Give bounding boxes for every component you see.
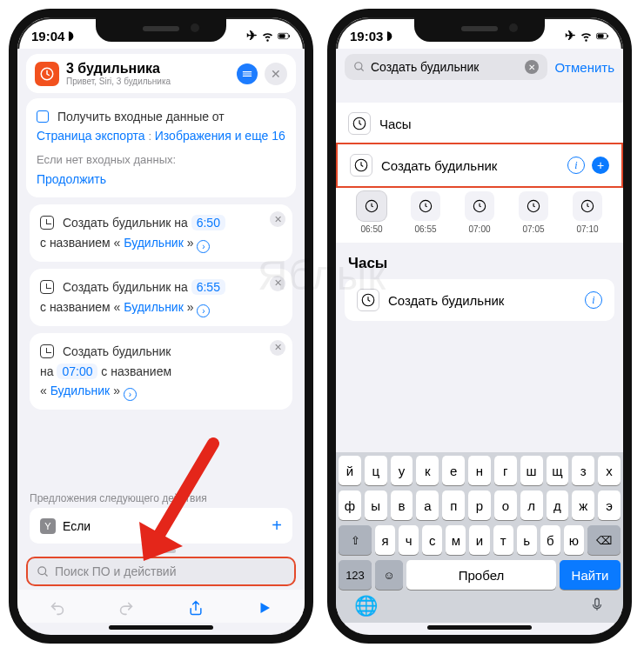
time-token[interactable]: 07:00 bbox=[57, 364, 97, 379]
battery-icon bbox=[278, 30, 291, 43]
time-token[interactable]: 6:50 bbox=[191, 215, 225, 230]
time-token[interactable]: 6:55 bbox=[191, 279, 225, 295]
suggestion-item[interactable]: YЕсли + bbox=[30, 508, 292, 544]
clear-icon[interactable]: ✕ bbox=[525, 60, 539, 74]
preset-label: 06:50 bbox=[360, 224, 382, 234]
key[interactable]: ф bbox=[339, 490, 361, 520]
remove-icon[interactable]: ✕ bbox=[270, 211, 285, 227]
alarm-action-3[interactable]: ✕ Создать будильник на 07:00 с названием… bbox=[30, 333, 292, 410]
search-value: Создать будильник bbox=[371, 60, 479, 74]
expand-icon[interactable]: › bbox=[197, 240, 210, 253]
text: « bbox=[40, 384, 47, 397]
input-source[interactable]: Страница экспорта bbox=[37, 129, 145, 143]
preset-time[interactable]: 06:50 bbox=[357, 191, 386, 234]
undo-button[interactable] bbox=[46, 597, 69, 619]
key[interactable]: м bbox=[446, 525, 466, 555]
settings-button[interactable] bbox=[237, 63, 258, 84]
key[interactable]: е bbox=[442, 456, 465, 485]
name-token[interactable]: Будильник bbox=[124, 300, 184, 314]
alarm-action-2[interactable]: ✕ Создать будильник на 6:55 с названием … bbox=[30, 269, 292, 326]
keyboard: йцукенгшщзх фывапролджэ ⇧ ячсмитьбю ⌫ 12… bbox=[336, 452, 623, 623]
key[interactable]: я bbox=[375, 525, 395, 555]
search-field[interactable]: Поиск ПО и действий bbox=[26, 557, 296, 586]
key[interactable]: п bbox=[442, 490, 465, 520]
run-button[interactable] bbox=[253, 597, 276, 619]
key[interactable]: з bbox=[572, 456, 594, 485]
key[interactable]: щ bbox=[547, 456, 569, 485]
expand-icon[interactable]: › bbox=[197, 304, 210, 317]
info-button[interactable]: i bbox=[585, 291, 602, 309]
space-key[interactable]: Пробел bbox=[406, 560, 556, 590]
key[interactable]: д bbox=[547, 490, 569, 520]
expand-icon[interactable]: › bbox=[124, 388, 137, 401]
backspace-key[interactable]: ⌫ bbox=[587, 525, 621, 555]
key[interactable]: у bbox=[391, 456, 413, 485]
find-key[interactable]: Найти bbox=[560, 560, 621, 590]
key[interactable]: о bbox=[494, 490, 517, 520]
key[interactable]: и bbox=[469, 525, 489, 555]
sheet-grabber[interactable] bbox=[146, 549, 176, 553]
name-token[interactable]: Будильник bbox=[124, 236, 184, 250]
key[interactable]: в bbox=[391, 490, 413, 520]
key[interactable]: х bbox=[598, 456, 621, 485]
action-row-create-alarm[interactable]: Создать будильник i + bbox=[336, 143, 623, 188]
shortcut-icon bbox=[35, 62, 59, 86]
svg-rect-7 bbox=[607, 34, 608, 37]
shift-key[interactable]: ⇧ bbox=[339, 525, 372, 555]
key[interactable]: ь bbox=[517, 525, 537, 555]
home-indicator[interactable] bbox=[427, 625, 532, 630]
info-button[interactable]: i bbox=[567, 157, 585, 174]
key[interactable]: с bbox=[422, 525, 442, 555]
remove-icon[interactable]: ✕ bbox=[270, 276, 285, 291]
alarm-action-1[interactable]: ✕ Создать будильник на 6:50 с названием … bbox=[30, 204, 292, 262]
preset-time[interactable]: 06:55 bbox=[411, 191, 440, 234]
airplane-icon: ✈ bbox=[565, 28, 576, 43]
add-button[interactable]: + bbox=[592, 157, 609, 174]
preset-time[interactable]: 07:10 bbox=[573, 191, 602, 234]
share-button[interactable] bbox=[184, 597, 207, 619]
fallback-action[interactable]: Продолжить bbox=[37, 172, 106, 186]
key[interactable]: й bbox=[339, 456, 361, 485]
globe-key[interactable]: 🌐 bbox=[354, 595, 378, 617]
key[interactable]: э bbox=[598, 490, 621, 520]
home-indicator[interactable] bbox=[109, 625, 213, 630]
key[interactable]: ц bbox=[365, 456, 387, 485]
name-token[interactable]: Будильник bbox=[50, 384, 111, 397]
action-row-create-alarm-2[interactable]: Создать будильник i bbox=[345, 279, 614, 321]
dictation-key[interactable] bbox=[589, 595, 605, 617]
redo-button[interactable] bbox=[115, 597, 138, 619]
svg-point-4 bbox=[38, 566, 46, 574]
search-input[interactable]: Создать будильник ✕ bbox=[345, 54, 547, 80]
preset-label: 06:55 bbox=[414, 224, 436, 234]
key[interactable]: ж bbox=[572, 490, 594, 520]
preset-time[interactable]: 07:00 bbox=[465, 191, 494, 234]
key[interactable]: ы bbox=[365, 490, 387, 520]
emoji-key[interactable]: ☺ bbox=[375, 560, 403, 590]
text: Создать будильник bbox=[63, 344, 171, 358]
cancel-button[interactable]: Отменить bbox=[554, 60, 614, 75]
remove-icon[interactable]: ✕ bbox=[270, 340, 285, 356]
add-icon[interactable]: + bbox=[272, 516, 282, 536]
text: Создать будильник на bbox=[63, 280, 188, 294]
close-button[interactable]: ✕ bbox=[265, 63, 287, 85]
input-action-card[interactable]: Получить входные данные от Страница эксп… bbox=[26, 98, 296, 197]
numbers-key[interactable]: 123 bbox=[339, 560, 372, 590]
input-types[interactable]: Изображения и еще 16 bbox=[155, 129, 285, 143]
key[interactable]: н bbox=[468, 456, 491, 485]
key[interactable]: г bbox=[494, 456, 517, 485]
key[interactable]: ч bbox=[399, 525, 419, 555]
key[interactable]: ш bbox=[520, 456, 543, 485]
status-time: 19:03 bbox=[350, 29, 383, 43]
key[interactable]: а bbox=[416, 490, 439, 520]
key[interactable]: б bbox=[540, 525, 560, 555]
key[interactable]: л bbox=[520, 490, 543, 520]
branch-icon: Y bbox=[40, 518, 56, 534]
key[interactable]: к bbox=[416, 456, 439, 485]
preset-label: 07:05 bbox=[522, 224, 544, 234]
key[interactable]: т bbox=[493, 525, 513, 555]
clock-icon bbox=[40, 280, 54, 294]
app-row-clock[interactable]: Часы bbox=[336, 103, 623, 144]
key[interactable]: р bbox=[468, 490, 491, 520]
key[interactable]: ю bbox=[564, 525, 584, 555]
preset-time[interactable]: 07:05 bbox=[519, 191, 548, 234]
